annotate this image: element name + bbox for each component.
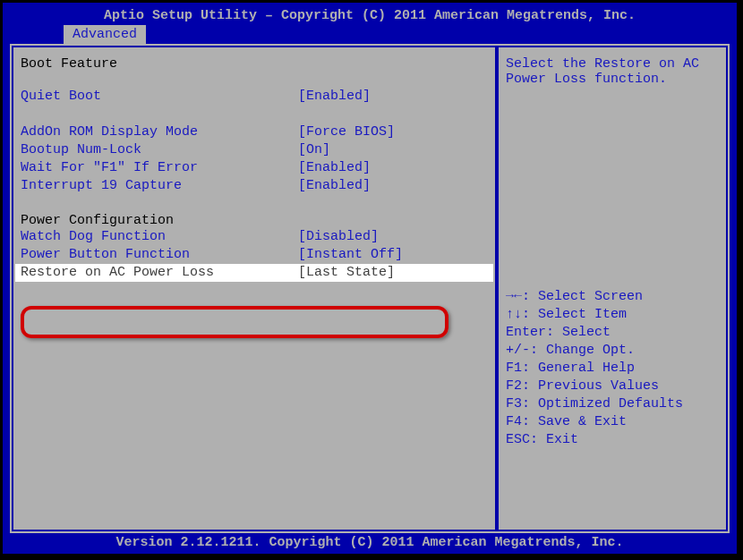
- setting-wait-f1[interactable]: Wait For "F1" If Error [Enabled]: [21, 159, 488, 177]
- help-key-f3: F3: Optimized Defaults: [506, 395, 719, 413]
- side-panel: Select the Restore on AC Power Loss func…: [497, 46, 728, 531]
- setting-value: [Disabled]: [298, 228, 488, 246]
- setting-value: [Last State]: [298, 264, 488, 282]
- help-key-f2: F2: Previous Values: [506, 378, 719, 395]
- setting-value: [Enabled]: [298, 177, 488, 195]
- help-key-esc: ESC: Exit: [506, 431, 719, 449]
- highlight-annotation: [21, 306, 448, 338]
- setting-power-button[interactable]: Power Button Function [Instant Off]: [21, 246, 488, 264]
- footer-text: Version 2.12.1211. Copyright (C) 2011 Am…: [3, 535, 737, 554]
- help-key-f4: F4: Save & Exit: [506, 413, 719, 431]
- section-power-config: Power Configuration: [21, 213, 488, 228]
- help-key-select-item: ↑↓: Select Item: [506, 306, 719, 324]
- tab-bar: Advanced: [3, 25, 737, 44]
- setting-value: [Enabled]: [298, 159, 488, 177]
- bios-window: Aptio Setup Utility – Copyright (C) 2011…: [3, 3, 737, 554]
- setting-label: Wait For "F1" If Error: [21, 159, 298, 177]
- setting-value: [On]: [298, 141, 488, 159]
- setting-label: Restore on AC Power Loss: [21, 264, 298, 282]
- tab-advanced[interactable]: Advanced: [64, 25, 146, 44]
- help-key-select-screen: →←: Select Screen: [506, 288, 719, 306]
- help-key-enter: Enter: Select: [506, 324, 719, 342]
- setting-restore-ac-power[interactable]: Restore on AC Power Loss [Last State]: [15, 264, 493, 282]
- setting-value: [Force BIOS]: [298, 123, 488, 141]
- setting-quiet-boot[interactable]: Quiet Boot [Enabled]: [21, 88, 488, 106]
- setting-value: [Instant Off]: [298, 246, 488, 264]
- setting-label: Watch Dog Function: [21, 228, 298, 246]
- setting-label: Interrupt 19 Capture: [21, 177, 298, 195]
- content-area: Boot Feature Quiet Boot [Enabled] AddOn …: [10, 44, 730, 533]
- setting-label: Power Button Function: [21, 246, 298, 264]
- help-text: Select the Restore on AC Power Loss func…: [506, 56, 719, 87]
- setting-value: [Enabled]: [298, 88, 488, 106]
- setting-watchdog[interactable]: Watch Dog Function [Disabled]: [21, 228, 488, 246]
- setting-label: AddOn ROM Display Mode: [21, 123, 298, 141]
- help-key-change-opt: +/-: Change Opt.: [506, 342, 719, 360]
- section-boot-feature: Boot Feature: [21, 56, 488, 72]
- setting-interrupt-19[interactable]: Interrupt 19 Capture [Enabled]: [21, 177, 488, 195]
- setting-label: Quiet Boot: [21, 88, 298, 106]
- setting-label: Bootup Num-Lock: [21, 141, 298, 159]
- main-panel: Boot Feature Quiet Boot [Enabled] AddOn …: [12, 46, 497, 531]
- header-title: Aptio Setup Utility – Copyright (C) 2011…: [3, 3, 737, 25]
- setting-addon-rom[interactable]: AddOn ROM Display Mode [Force BIOS]: [21, 123, 488, 141]
- setting-bootup-numlock[interactable]: Bootup Num-Lock [On]: [21, 141, 488, 159]
- help-key-f1: F1: General Help: [506, 360, 719, 378]
